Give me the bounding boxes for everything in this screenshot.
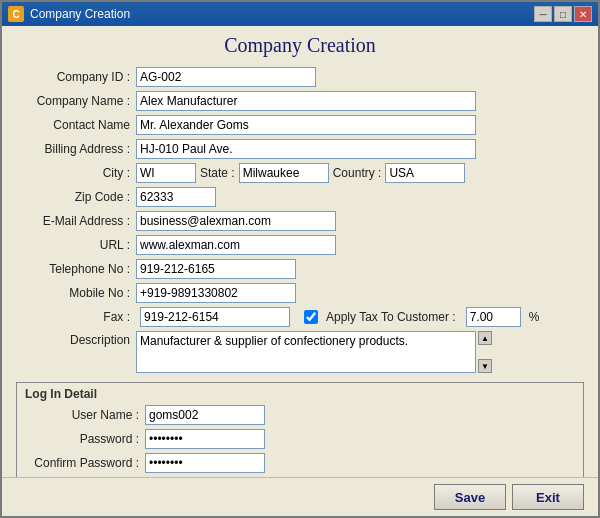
- zip-code-label: Zip Code :: [16, 190, 136, 204]
- company-name-label: Company Name :: [16, 94, 136, 108]
- login-section-title: Log In Detail: [25, 387, 575, 401]
- fax-label: Fax :: [16, 310, 136, 324]
- state-label: State :: [196, 166, 239, 180]
- company-name-input[interactable]: [136, 91, 476, 111]
- mobile-row: Mobile No :: [16, 283, 584, 303]
- email-input[interactable]: [136, 211, 336, 231]
- scroll-up-button[interactable]: ▲: [478, 331, 492, 345]
- confirm-password-input[interactable]: [145, 453, 265, 473]
- form-section: Company ID : Company Name : Contact Name…: [16, 67, 584, 376]
- country-input[interactable]: [385, 163, 465, 183]
- exit-button[interactable]: Exit: [512, 484, 584, 510]
- city-input[interactable]: [136, 163, 196, 183]
- title-bar-left: C Company Creation: [8, 6, 130, 22]
- footer: Save Exit: [2, 477, 598, 516]
- email-label: E-Mail Address :: [16, 214, 136, 228]
- username-label: User Name :: [25, 408, 145, 422]
- password-row: Password :: [25, 429, 575, 449]
- city-label: City :: [16, 166, 136, 180]
- confirm-password-row: Confirm Password :: [25, 453, 575, 473]
- window-title: Company Creation: [30, 7, 130, 21]
- company-name-row: Company Name :: [16, 91, 584, 111]
- state-input[interactable]: [239, 163, 329, 183]
- billing-address-row: Billing Address :: [16, 139, 584, 159]
- description-input[interactable]: [136, 331, 476, 373]
- telephone-row: Telephone No :: [16, 259, 584, 279]
- zip-code-input[interactable]: [136, 187, 216, 207]
- fax-tax-row: Fax : Apply Tax To Customer : %: [16, 307, 584, 327]
- minimize-button[interactable]: ─: [534, 6, 552, 22]
- window-icon: C: [8, 6, 24, 22]
- close-button[interactable]: ✕: [574, 6, 592, 22]
- url-input[interactable]: [136, 235, 336, 255]
- fax-input[interactable]: [140, 307, 290, 327]
- username-row: User Name :: [25, 405, 575, 425]
- zip-code-row: Zip Code :: [16, 187, 584, 207]
- telephone-input[interactable]: [136, 259, 296, 279]
- company-id-row: Company ID :: [16, 67, 584, 87]
- login-section: Log In Detail User Name : Password : Con…: [16, 382, 584, 477]
- title-bar-controls: ─ □ ✕: [534, 6, 592, 22]
- apply-tax-checkbox[interactable]: [304, 310, 318, 324]
- password-label: Password :: [25, 432, 145, 446]
- save-button[interactable]: Save: [434, 484, 506, 510]
- form-content: Company Creation Company ID : Company Na…: [2, 26, 598, 477]
- description-scroll-area: ▲ ▼: [136, 331, 476, 376]
- contact-name-label: Contact Name: [16, 118, 136, 132]
- password-input[interactable]: [145, 429, 265, 449]
- billing-address-label: Billing Address :: [16, 142, 136, 156]
- description-row: Description ▲ ▼: [16, 331, 584, 376]
- country-label: Country :: [329, 166, 386, 180]
- tax-percent-label: %: [525, 310, 544, 324]
- scroll-down-button[interactable]: ▼: [478, 359, 492, 373]
- title-bar: C Company Creation ─ □ ✕: [2, 2, 598, 26]
- mobile-label: Mobile No :: [16, 286, 136, 300]
- email-row: E-Mail Address :: [16, 211, 584, 231]
- tax-value-input[interactable]: [466, 307, 521, 327]
- company-id-label: Company ID :: [16, 70, 136, 84]
- description-label: Description: [16, 331, 136, 347]
- username-input[interactable]: [145, 405, 265, 425]
- telephone-label: Telephone No :: [16, 262, 136, 276]
- contact-name-input[interactable]: [136, 115, 476, 135]
- url-label: URL :: [16, 238, 136, 252]
- description-scrollbar: ▲ ▼: [478, 331, 492, 373]
- confirm-password-label: Confirm Password :: [25, 456, 145, 470]
- apply-tax-label: Apply Tax To Customer :: [322, 310, 460, 324]
- contact-name-row: Contact Name: [16, 115, 584, 135]
- company-id-input[interactable]: [136, 67, 316, 87]
- maximize-button[interactable]: □: [554, 6, 572, 22]
- mobile-input[interactable]: [136, 283, 296, 303]
- city-state-country-row: City : State : Country :: [16, 163, 584, 183]
- billing-address-input[interactable]: [136, 139, 476, 159]
- page-title: Company Creation: [16, 34, 584, 57]
- url-row: URL :: [16, 235, 584, 255]
- main-window: C Company Creation ─ □ ✕ Company Creatio…: [0, 0, 600, 518]
